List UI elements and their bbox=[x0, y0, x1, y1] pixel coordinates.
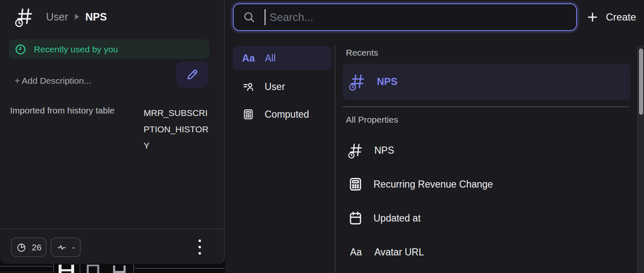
text-type-icon: Aa bbox=[242, 52, 255, 64]
chevron-right-icon bbox=[74, 13, 80, 20]
calculator-icon bbox=[242, 108, 255, 121]
scrollbar-track[interactable] bbox=[637, 45, 644, 273]
more-options-button[interactable] bbox=[193, 236, 207, 258]
property-detail-panel: User NPS Recently used by you + Add Desc… bbox=[0, 0, 225, 264]
add-description-button[interactable]: + Add Description... bbox=[15, 76, 91, 86]
filter-tab-all[interactable]: Aa All bbox=[233, 46, 332, 70]
recently-used-badge: Recently used by you bbox=[9, 39, 209, 59]
scrollbar-thumb[interactable] bbox=[639, 49, 643, 115]
calculator-icon bbox=[348, 176, 363, 192]
number-history-icon bbox=[348, 142, 364, 159]
recent-item-nps[interactable]: NPS bbox=[343, 64, 631, 100]
clock-icon bbox=[15, 44, 26, 55]
filter-tab-label: User bbox=[265, 81, 285, 93]
property-item-label: Avatar URL bbox=[374, 247, 424, 258]
filter-tab-user[interactable]: User bbox=[233, 75, 332, 99]
popover-divider bbox=[335, 45, 335, 273]
count-chip[interactable]: 26 bbox=[11, 237, 46, 257]
trend-chip[interactable]: - bbox=[51, 237, 81, 257]
activity-icon bbox=[57, 242, 67, 252]
property-search-popover: Create Aa All User Computed Recents bbox=[225, 0, 644, 273]
imported-table-value: MRR_SUBSCRIPTION_HISTORY bbox=[144, 105, 211, 154]
property-item-updated-at[interactable]: Updated at bbox=[343, 206, 631, 230]
calendar-icon bbox=[348, 210, 363, 226]
create-label: Create bbox=[606, 11, 636, 23]
trend-value: - bbox=[72, 242, 75, 252]
property-item-recurring-revenue-change[interactable]: Recurring Revenue Change bbox=[343, 172, 631, 196]
search-input[interactable] bbox=[270, 11, 576, 24]
count-value: 26 bbox=[32, 242, 41, 252]
breadcrumb-current: NPS bbox=[85, 11, 107, 23]
property-item-label: NPS bbox=[374, 145, 394, 156]
edit-button[interactable] bbox=[176, 62, 208, 88]
imported-from-label: Imported from history table bbox=[10, 106, 115, 116]
filter-tab-label: Computed bbox=[265, 109, 309, 120]
recently-used-label: Recently used by you bbox=[34, 44, 118, 54]
number-history-icon bbox=[348, 72, 367, 91]
panel-footer: 26 - bbox=[0, 229, 224, 264]
pencil-icon bbox=[185, 68, 199, 81]
property-item-avatar-url[interactable]: Aa Avatar URL bbox=[343, 240, 631, 264]
text-caret bbox=[265, 9, 265, 25]
text-type-icon: Aa bbox=[348, 247, 364, 258]
search-icon bbox=[243, 11, 255, 23]
property-item-label: Updated at bbox=[374, 213, 421, 224]
all-properties-section-title: All Properties bbox=[346, 115, 398, 125]
pie-chart-icon bbox=[16, 242, 27, 253]
filter-tab-computed[interactable]: Computed bbox=[233, 102, 332, 126]
recents-section-title: Recents bbox=[346, 48, 378, 58]
breadcrumb: User NPS bbox=[46, 11, 107, 23]
property-item-label: Recurring Revenue Change bbox=[374, 179, 493, 190]
filter-tab-label: All bbox=[265, 53, 276, 64]
user-filter-icon bbox=[242, 80, 255, 93]
recent-item-label: NPS bbox=[377, 76, 397, 88]
kebab-icon bbox=[198, 240, 201, 242]
property-header: User NPS bbox=[14, 6, 107, 28]
create-button[interactable]: Create bbox=[586, 8, 636, 27]
property-item-nps[interactable]: NPS bbox=[343, 138, 631, 162]
app-root: User NPS Recently used by you + Add Desc… bbox=[0, 0, 644, 273]
plus-icon bbox=[586, 11, 599, 23]
results-divider bbox=[343, 106, 629, 107]
number-history-icon bbox=[14, 6, 35, 28]
background-page-fragment bbox=[0, 264, 225, 273]
search-box[interactable] bbox=[233, 3, 577, 31]
breadcrumb-parent[interactable]: User bbox=[46, 11, 68, 23]
